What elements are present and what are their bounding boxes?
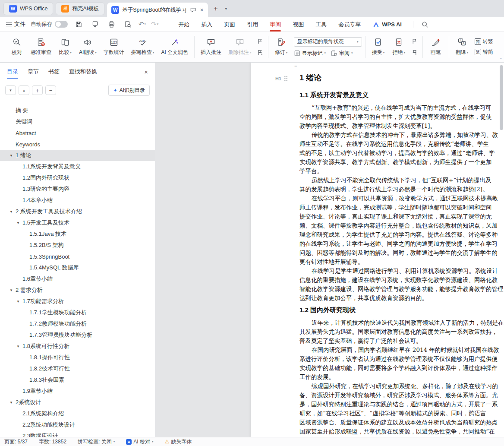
sidebar-tab[interactable]: 章节 <box>28 63 39 81</box>
toc-item[interactable]: 1.5.1Java 技术 <box>0 228 155 240</box>
toc-item[interactable]: 1.8系统可行性分析 <box>0 341 155 352</box>
ribbon-tab[interactable]: 视图 <box>293 17 304 32</box>
new-tab-button[interactable]: ＋ <box>211 3 221 14</box>
show-markup-button[interactable]: 显示标记▾ <box>294 50 326 57</box>
increase-level-button[interactable]: ＋ <box>32 85 43 95</box>
track-changes-button[interactable]: 修订▾ <box>271 35 291 58</box>
toc-item[interactable]: 1.8.1操作可行性 <box>0 352 155 363</box>
autosave-toggle[interactable] <box>55 21 68 28</box>
close-sidebar-icon[interactable]: × <box>144 68 148 76</box>
toc-expand-icon[interactable] <box>9 210 16 214</box>
print-button[interactable] <box>106 19 117 29</box>
toc-item[interactable]: 1.7功能需求分析 <box>0 296 155 307</box>
reject-button[interactable]: 拒绝▾ <box>389 35 409 58</box>
ribbon-tab[interactable]: 审阅 <box>270 17 281 32</box>
ribbon-tab[interactable]: 插入 <box>201 17 212 32</box>
toc-item[interactable]: 1.6章节小结 <box>0 273 155 285</box>
ribbon-tab[interactable]: 会员专享 <box>338 17 361 32</box>
toc-item[interactable]: 2 需求分析 <box>0 285 155 296</box>
toc-item[interactable]: Abstract <box>0 127 155 139</box>
ribbon-tab[interactable]: 工具 <box>315 17 327 32</box>
traditional-to-simplified-button[interactable]: 繁 转简 <box>475 48 493 56</box>
toc-item[interactable]: 1.4本章小结 <box>0 195 155 206</box>
simplified-to-traditional-button[interactable]: 简 转繁 <box>475 38 493 45</box>
tab-document[interactable]: W 基于SpringBoot的在线学习 × <box>107 3 208 17</box>
document-page[interactable]: ≡ H1 1 绪论1.1 系统开发背景及意义“互联网+教育”的兴起，使在线学习成… <box>251 63 504 437</box>
sidebar-tab[interactable]: 书签 <box>48 63 60 81</box>
toc-item[interactable]: 2.2系统功能模块设计 <box>0 419 155 430</box>
toc-expand-icon[interactable] <box>9 288 16 292</box>
drag-handle-icon[interactable] <box>284 76 288 81</box>
toc-item[interactable]: 1.8.3社会因素 <box>0 374 155 386</box>
word-count-indicator[interactable]: 字数: 13852 <box>39 438 66 446</box>
toc-expand-icon[interactable] <box>16 345 22 348</box>
ribbon-tab[interactable]: 引用 <box>247 17 258 32</box>
print-preview-button[interactable] <box>122 19 133 29</box>
toc-item[interactable]: 1.7.2教师模块功能分析 <box>0 318 155 329</box>
toc-item[interactable]: 1.3研究的主要内容 <box>0 183 155 195</box>
missing-font-warning[interactable]: ⚠ 缺失字体 <box>164 438 192 446</box>
toc-item[interactable]: 1.1系统开发背景及意义 <box>0 161 155 172</box>
next-revision-button[interactable] <box>411 49 419 57</box>
word-count-button[interactable]: 123 字数统计 <box>101 35 127 58</box>
toc-item[interactable]: Keywords <box>0 139 155 150</box>
tab-docer-templates[interactable]: 稻 稻壳AI模板 <box>56 2 104 15</box>
compare-button[interactable]: 比较▾ <box>55 35 75 58</box>
toc-item[interactable]: 1.2国内外研究现状 <box>0 172 155 183</box>
collapse-ribbon-icon[interactable]: ⌃ <box>499 57 502 61</box>
redo-caret-icon[interactable]: ▾ <box>157 22 159 26</box>
markup-state-dropdown[interactable]: 显示标记的最终状态 ▾ <box>294 37 362 47</box>
toc-item[interactable]: 1.5开发工具及技术 <box>0 217 155 228</box>
toc-item[interactable]: 1.8.2技术可行性 <box>0 363 155 374</box>
undo-button[interactable]: ↶▾ <box>139 20 146 28</box>
toc-item[interactable]: 1.9章节小结 <box>0 386 155 397</box>
page-indicator[interactable]: 页面: 5/37 <box>4 438 28 446</box>
decrease-level-button[interactable]: − <box>45 85 56 95</box>
ai-recognize-toc-button[interactable]: ✦ AI识别目录 <box>108 85 150 96</box>
toc-item[interactable]: 1 绪论 <box>0 150 155 161</box>
accept-button[interactable]: 接受▾ <box>369 35 388 58</box>
wps-ai-button[interactable]: WPS AI <box>373 21 402 28</box>
insert-comment-button[interactable]: 插入批注 <box>198 35 224 58</box>
export-button[interactable] <box>89 19 101 29</box>
toc-expand-icon[interactable] <box>9 154 16 158</box>
toc-item[interactable]: 1.5.3SpringBoot <box>0 251 155 262</box>
toc-item[interactable]: 1.7.3管理员模块功能分析 <box>0 329 155 341</box>
close-tab-icon[interactable]: × <box>200 6 204 13</box>
redo-button[interactable]: ↷▾ <box>151 20 158 28</box>
ribbon-tab[interactable]: 开始 <box>178 17 189 32</box>
ribbon-tab[interactable]: 页面 <box>224 17 235 32</box>
expand-all-button[interactable]: ▾ <box>5 85 16 95</box>
toc-item[interactable]: 关键词 <box>0 116 155 127</box>
previous-comment-button[interactable] <box>256 38 264 45</box>
undo-caret-icon[interactable]: ▾ <box>145 22 146 26</box>
tab-list-chevron-icon[interactable]: ▾ <box>221 3 231 14</box>
next-comment-button[interactable] <box>256 49 264 57</box>
save-button[interactable] <box>73 19 84 29</box>
translate-button[interactable]: 文A 翻译▾ <box>452 35 472 58</box>
sidebar-tab[interactable]: 查找和替换 <box>69 63 97 81</box>
toc-item[interactable]: 1.5.2B/S 架构 <box>0 240 155 251</box>
toc-item[interactable]: 2系统设计 <box>0 397 155 408</box>
toc-item[interactable]: 2.3数据库设计 <box>0 430 155 437</box>
toc-item[interactable]: 2.1系统架构介绍 <box>0 408 155 419</box>
review-pane-button[interactable]: 审阅▾ <box>331 50 353 57</box>
search-button[interactable] <box>419 19 431 29</box>
comment-bubble-icon[interactable] <box>190 7 196 13</box>
proofread-button[interactable]: 校对 <box>7 35 27 58</box>
file-menu-button[interactable]: 文件 <box>6 20 25 28</box>
spell-check-button[interactable]: ABC 拼写检查▾ <box>128 35 158 58</box>
spell-check-status[interactable]: 拼写检查: 关闭▾ <box>78 438 115 446</box>
document-body[interactable]: 1 绪论1.1 系统开发背景及意义“互联网+教育”的兴起，使在线学习成为当下的主… <box>251 63 504 437</box>
toc-expand-icon[interactable] <box>16 300 22 304</box>
previous-revision-button[interactable] <box>411 38 419 45</box>
tab-wps-office[interactable]: W WPS Office <box>3 2 53 15</box>
toc-expand-icon[interactable] <box>16 221 22 225</box>
standard-review-button[interactable]: 标准审查 <box>28 35 54 58</box>
ai-polish-button[interactable]: AI 全文润色 <box>158 35 191 58</box>
collapse-all-button[interactable]: ▴ <box>19 85 29 95</box>
toc-item[interactable]: 1.5.4MySQL 数据库 <box>0 262 155 273</box>
toc-item[interactable]: 摘 要 <box>0 105 155 116</box>
vertical-scrollbar-thumb[interactable] <box>500 65 503 130</box>
toc-item[interactable]: 2 系统开发工具及技术介绍 <box>0 206 155 217</box>
